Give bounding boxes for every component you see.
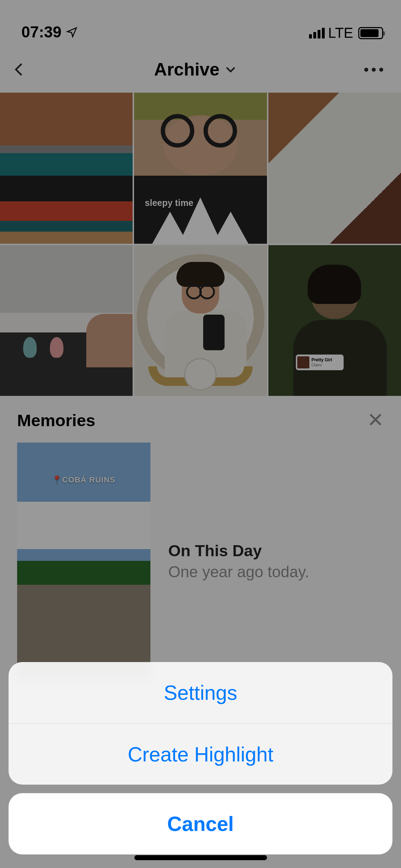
cancel-button[interactable]: Cancel — [9, 793, 392, 854]
home-indicator[interactable] — [134, 855, 267, 860]
action-sheet: Settings Create Highlight Cancel — [9, 662, 392, 854]
create-highlight-button[interactable]: Create Highlight — [9, 723, 392, 785]
settings-button[interactable]: Settings — [9, 662, 392, 723]
